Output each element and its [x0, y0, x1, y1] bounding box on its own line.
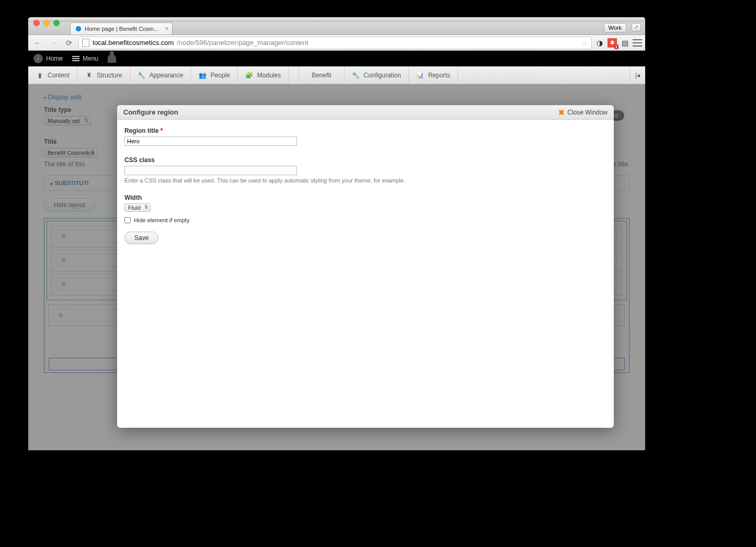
close-icon: ✖	[558, 108, 565, 117]
admin-reports[interactable]: 📊Reports	[409, 66, 458, 84]
user-icon	[108, 54, 116, 63]
admin-reports-label: Reports	[428, 72, 450, 79]
extension-icon[interactable]: ◑	[595, 38, 604, 48]
reload-button[interactable]: ⟳	[63, 37, 75, 49]
extension-icon[interactable]: ▤	[620, 38, 629, 48]
browser-tab[interactable]: Home page | Benefit Cosm… ×	[70, 22, 173, 35]
titlebar	[28, 17, 645, 21]
admin-benefit[interactable]: Benefit	[299, 66, 344, 84]
puzzle-icon: 🧩	[245, 71, 254, 79]
user-name-redacted	[119, 54, 171, 63]
configure-region-modal: Configure region ✖ Close Window Region t…	[117, 105, 614, 428]
admin-modules[interactable]: 🧩Modules	[238, 66, 289, 84]
fullscreen-icon[interactable]: ⤢	[632, 23, 641, 31]
region-title-group: Region title *	[124, 127, 606, 146]
toolbar-user[interactable]	[108, 54, 171, 63]
drupal-toolbar: ‹ Home Menu	[28, 51, 645, 66]
browser-window: Home page | Benefit Cosm… × Work ⤢ ← → ⟳…	[28, 17, 645, 450]
admin-content-label: Content	[48, 72, 70, 79]
admin-content[interactable]: ▮Content	[28, 66, 77, 84]
toolbar-home[interactable]: ‹ Home	[33, 54, 63, 63]
bookmark-star-icon[interactable]: ☆	[581, 39, 588, 47]
extension-icons: ◑ ✱1 ▤	[595, 38, 642, 48]
tab-title: Home page | Benefit Cosm…	[85, 26, 159, 32]
admin-structure-label: Structure	[97, 72, 122, 79]
modal-body: Region title * CSS class Enter a CSS cla…	[117, 120, 614, 252]
toolbar-home-label: Home	[46, 55, 63, 62]
hide-empty-label: Hide element if empty	[134, 217, 189, 223]
admin-people[interactable]: 👥People	[191, 66, 237, 84]
region-title-input[interactable]	[124, 136, 297, 146]
menu-icon	[72, 56, 79, 61]
forward-button[interactable]: →	[47, 37, 60, 49]
admin-configuration[interactable]: 🔧Configuration	[345, 66, 409, 84]
people-icon: 👥	[198, 71, 207, 79]
tab-close-icon[interactable]: ×	[165, 25, 169, 32]
url-domain: local.benefitcosmetics.com	[93, 39, 174, 47]
browser-tabbar: Home page | Benefit Cosm… × Work ⤢	[28, 21, 645, 35]
css-class-help: Enter a CSS class that will be used. Thi…	[124, 177, 606, 184]
window-close-icon[interactable]	[33, 20, 40, 26]
wrench-icon: 🔧	[352, 71, 360, 79]
drupal-favicon-icon	[75, 25, 82, 32]
address-bar: ← → ⟳ local.benefitcosmetics.com/node/59…	[28, 35, 645, 51]
admin-configuration-label: Configuration	[364, 72, 401, 79]
region-title-label: Region title *	[124, 127, 606, 134]
close-window-label: Close Window	[567, 109, 608, 116]
admin-people-label: People	[210, 72, 230, 79]
hide-empty-checkbox-input[interactable]	[124, 217, 131, 223]
admin-structure[interactable]: ♜Structure	[77, 66, 130, 84]
css-class-group: CSS class Enter a CSS class that will be…	[124, 156, 606, 184]
css-class-input[interactable]	[124, 166, 297, 175]
page-icon	[82, 39, 89, 47]
back-circle-icon: ‹	[33, 54, 43, 63]
admin-menu: ▮Content ♜Structure 🔧Appearance 👥People …	[28, 66, 645, 84]
wrench-icon: 🔧	[138, 71, 146, 79]
chrome-menu-button[interactable]	[633, 38, 642, 48]
toolbar-menu[interactable]: Menu	[72, 55, 98, 62]
admin-benefit-label: Benefit	[312, 72, 331, 79]
admin-appearance[interactable]: 🔧Appearance	[130, 66, 191, 84]
back-button[interactable]: ←	[31, 37, 44, 49]
url-input[interactable]: local.benefitcosmetics.com/node/596/pane…	[78, 37, 592, 49]
admin-collapse-icon[interactable]: |◂	[629, 66, 645, 84]
modal-header: Configure region ✖ Close Window	[117, 105, 614, 120]
menu-spacer	[289, 66, 299, 84]
width-select[interactable]: Fluid	[124, 203, 151, 212]
window-minimize-icon[interactable]	[43, 20, 50, 26]
admin-modules-label: Modules	[257, 72, 281, 79]
extension-icon[interactable]: ✱1	[608, 38, 617, 48]
toolbar-menu-label: Menu	[83, 55, 98, 62]
save-button[interactable]: Save	[124, 232, 158, 244]
structure-icon: ♜	[85, 71, 93, 79]
hide-empty-checkbox[interactable]: Hide element if empty	[124, 217, 606, 223]
window-zoom-icon[interactable]	[53, 20, 60, 26]
width-group: Width Fluid	[124, 194, 606, 212]
file-icon: ▮	[36, 71, 44, 79]
window-traffic-lights	[33, 20, 60, 26]
width-label: Width	[124, 194, 606, 201]
chart-icon: 📊	[416, 71, 425, 79]
modal-close-button[interactable]: ✖ Close Window	[558, 108, 608, 117]
profile-button[interactable]: Work	[604, 23, 626, 32]
admin-appearance-label: Appearance	[150, 72, 184, 79]
url-path: /node/596/panelizer/page_manager/content	[177, 39, 308, 47]
css-class-label: CSS class	[124, 156, 606, 164]
modal-title: Configure region	[123, 108, 178, 116]
